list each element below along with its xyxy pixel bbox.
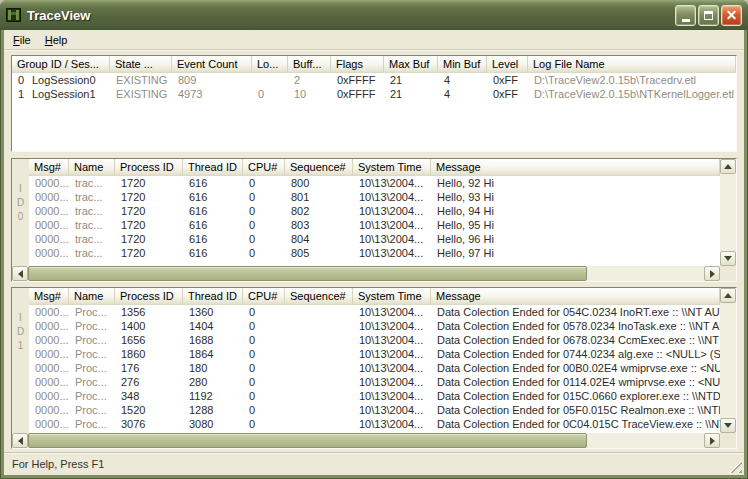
column-header-cpu[interactable]: CPU# (243, 288, 285, 305)
cell-cpu: 0 (243, 218, 285, 232)
scroll-left-button[interactable] (12, 266, 28, 281)
cell-cpu: 0 (243, 375, 285, 389)
column-header-system-time[interactable]: System Time (353, 159, 431, 176)
column-header-message[interactable]: Message (431, 159, 720, 176)
cell-name: Proc... (69, 347, 115, 361)
cell-thread-id: 616 (183, 204, 243, 218)
column-header-flags[interactable]: Flags (331, 56, 384, 73)
cell-message: Data Colection Ended for 0C04.015C Trace… (431, 417, 720, 431)
close-button[interactable] (721, 5, 742, 26)
table-row[interactable]: 0LogSession0EXISTING80920xFFFF2140xFFD:\… (12, 73, 736, 87)
column-header-process-id[interactable]: Process ID (115, 288, 183, 305)
table-row[interactable]: 0000...Proc...176180010\13\2004...Data C… (29, 361, 720, 375)
table-row[interactable]: 0000...trac...1720616080510\13\2004...He… (29, 246, 720, 260)
column-header-log-file[interactable]: Log File Name (528, 56, 736, 73)
table-row[interactable]: 0000...Proc...14001404010\13\2004...Data… (29, 319, 720, 333)
column-header-sequence[interactable]: Sequence# (285, 159, 353, 176)
cell-name: Proc... (69, 361, 115, 375)
scroll-up-button[interactable] (720, 288, 736, 303)
table-row[interactable]: 0000...Proc...3481192010\13\2004...Data … (29, 389, 720, 403)
menu-file[interactable]: File (6, 31, 38, 49)
column-header-level[interactable]: Level (487, 56, 528, 73)
column-header-msg[interactable]: Msg# (29, 159, 69, 176)
cell-event-count: 4973 (172, 87, 252, 101)
table-row[interactable]: 0000...trac...1720616080110\13\2004...He… (29, 190, 720, 204)
title-bar[interactable]: TraceView (0, 0, 748, 30)
scroll-right-button[interactable] (704, 433, 720, 448)
column-header-msg[interactable]: Msg# (29, 288, 69, 305)
scroll-down-button[interactable] (720, 251, 736, 266)
cell-name: Proc... (69, 403, 115, 417)
menu-help[interactable]: Help (38, 31, 75, 49)
maximize-button[interactable] (698, 5, 719, 26)
cell-cpu: 0 (243, 190, 285, 204)
close-icon (726, 10, 737, 21)
column-header-cpu[interactable]: CPU# (243, 159, 285, 176)
column-header-system-time[interactable]: System Time (353, 288, 431, 305)
cell-msg: 0000... (29, 190, 69, 204)
horizontal-scrollbar[interactable] (12, 266, 720, 281)
cell-level: 0xFF (487, 87, 528, 101)
cell-session-name: LogSession1 (26, 87, 110, 101)
horizontal-scroll-track[interactable] (587, 266, 704, 281)
vertical-scroll-track[interactable] (720, 174, 736, 251)
app-icon[interactable] (6, 7, 22, 23)
column-header-sequence[interactable]: Sequence# (285, 288, 353, 305)
column-header-thread-id[interactable]: Thread ID (183, 159, 243, 176)
horizontal-scroll-thumb[interactable] (28, 266, 587, 281)
resize-grip[interactable] (729, 460, 742, 473)
cell-thread-id: 1404 (183, 319, 243, 333)
table-row[interactable]: 0000...trac...1720616080010\13\2004...He… (29, 176, 720, 190)
table-row[interactable]: 0000...trac...1720616080210\13\2004...He… (29, 204, 720, 218)
menu-bar: File Help (4, 30, 744, 50)
column-header-min-buf[interactable]: Min Buf (438, 56, 487, 73)
table-row[interactable]: 0000...Proc...18601864010\13\2004...Data… (29, 347, 720, 361)
cell-msg: 0000... (29, 204, 69, 218)
cell-message: Data Colection Ended for 054C.0234 InoRT… (431, 305, 720, 319)
table-row[interactable]: 0000...Proc...30763080010\13\2004...Data… (29, 417, 720, 431)
scroll-left-button[interactable] (12, 433, 28, 448)
cell-sequence: 803 (285, 218, 353, 232)
cell-thread-id: 1192 (183, 389, 243, 403)
table-row[interactable]: 0000...Proc...13561360010\13\2004...Data… (29, 305, 720, 319)
horizontal-scrollbar[interactable] (12, 433, 720, 448)
scroll-right-button[interactable] (704, 266, 720, 281)
cell-system-time: 10\13\2004... (353, 305, 431, 319)
table-row[interactable]: 0000...Proc...16561688010\13\2004...Data… (29, 333, 720, 347)
cell-log-file: D:\TraceView2.0.15b\NTKernelLogger.etl (528, 87, 736, 101)
window-body: File Help Group ID / Ses... State ... Ev… (4, 30, 744, 475)
scroll-up-button[interactable] (720, 159, 736, 174)
table-row[interactable]: 0000...Proc...15201288010\13\2004...Data… (29, 403, 720, 417)
horizontal-scroll-track[interactable] (587, 433, 704, 448)
table-row[interactable]: 0000...trac...1720616080410\13\2004...He… (29, 232, 720, 246)
vertical-scroll-track[interactable] (720, 303, 736, 418)
table-row[interactable]: 1LogSession1EXISTING49730100xFFFF2140xFF… (12, 87, 736, 101)
cell-sequence (285, 347, 353, 361)
column-header-event-count[interactable]: Event Count (172, 56, 252, 73)
column-header-max-buf[interactable]: Max Buf (384, 56, 438, 73)
vertical-scrollbar[interactable] (720, 159, 736, 266)
table-row[interactable]: 0000...trac...1720616080310\13\2004...He… (29, 218, 720, 232)
cell-msg: 0000... (29, 246, 69, 260)
column-header-thread-id[interactable]: Thread ID (183, 288, 243, 305)
column-header-lost[interactable]: Lo... (252, 56, 288, 73)
column-header-state[interactable]: State ... (110, 56, 172, 73)
down-arrow-icon (724, 256, 732, 261)
horizontal-scroll-thumb[interactable] (28, 433, 587, 448)
column-header-message[interactable]: Message (431, 288, 720, 305)
cell-group-id: 1 (12, 87, 26, 101)
cell-message: Hello, 97 Hi (431, 246, 720, 260)
cell-message: Data Colection Ended for 00B0.02E4 wmipr… (431, 361, 720, 375)
column-header-name[interactable]: Name (69, 288, 115, 305)
cell-msg: 0000... (29, 417, 69, 431)
vertical-scrollbar[interactable] (720, 288, 736, 433)
scroll-down-button[interactable] (720, 418, 736, 433)
minimize-button[interactable] (675, 5, 696, 26)
column-header-process-id[interactable]: Process ID (115, 159, 183, 176)
column-header-name[interactable]: Name (69, 159, 115, 176)
column-header-buffers[interactable]: Buff... (288, 56, 331, 73)
column-header-group-id[interactable]: Group ID / Ses... (12, 56, 110, 73)
cell-msg: 0000... (29, 403, 69, 417)
table-row[interactable]: 0000...Proc...276280010\13\2004...Data C… (29, 375, 720, 389)
cell-process-id: 1720 (115, 232, 183, 246)
